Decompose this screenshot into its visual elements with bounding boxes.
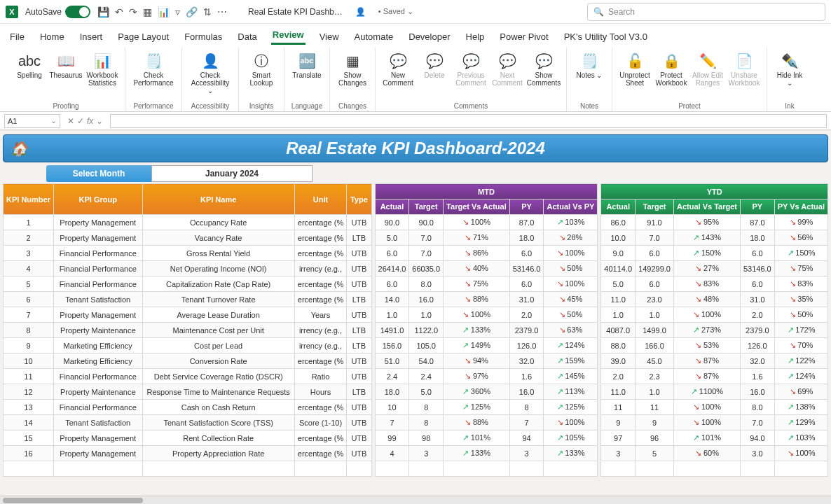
table-row[interactable]: 3Financial PerformanceGross Rental Yield… — [4, 246, 372, 261]
table-row[interactable]: 43↗133%3↗133% — [375, 446, 598, 461]
tab-data[interactable]: Data — [236, 29, 258, 45]
table-row[interactable]: 10.07.0↗143%18.0↘56% — [601, 230, 828, 246]
tab-home[interactable]: Home — [39, 29, 66, 45]
table-row[interactable]: 1.01.0↘100%2.0↘50% — [375, 307, 598, 323]
table-row[interactable]: 90.090.0↘100%87.0↗103% — [375, 215, 598, 230]
ribbon-btn-notes-[interactable]: 🗒️Notes ⌄ — [572, 50, 606, 80]
table-row[interactable]: 39.045.0↘87%32.0↗122% — [601, 354, 828, 369]
enter-icon[interactable]: ✓ — [77, 116, 84, 126]
tab-pk-s-utility-tool-v3-0[interactable]: PK's Utility Tool V3.0 — [563, 29, 649, 45]
table-row[interactable]: 5.07.0↘71%18.0↘28% — [375, 230, 598, 246]
table-row[interactable]: 6.08.0↘75%6.0↘100% — [375, 276, 598, 292]
table-row[interactable]: 12Property MaintenanceResponse Time to M… — [4, 384, 372, 400]
ribbon-btn-spelling[interactable]: abcSpelling — [13, 50, 46, 80]
ribbon-btn-thesaurus[interactable]: 📖Thesaurus — [49, 50, 83, 80]
toggle-on-icon[interactable] — [65, 6, 90, 18]
chevron-down-icon[interactable]: ⌄ — [96, 116, 103, 126]
table-row[interactable]: 1491.01122.0↗133%2379.0↘63% — [375, 323, 598, 338]
table-row[interactable]: 2.42.4↘97%1.6↗145% — [375, 369, 598, 384]
tab-automate[interactable]: Automate — [353, 29, 395, 45]
cancel-icon[interactable]: ✕ — [67, 116, 74, 126]
table-row[interactable]: 9998↗101%94↗105% — [375, 430, 598, 446]
tab-view[interactable]: View — [318, 29, 341, 45]
ribbon-btn-protect-workbook[interactable]: 🔒Protect Workbook — [654, 50, 688, 88]
table-row[interactable]: 10Marketing EfficiencyConversion Rateerc… — [4, 354, 372, 369]
table-row[interactable]: 1Property ManagementOccupancy Rateercent… — [4, 215, 372, 230]
save-icon[interactable]: 💾 — [97, 6, 109, 18]
user-icon[interactable]: 👤 — [355, 7, 366, 17]
ribbon-btn-previous-comment[interactable]: 💬Previous Comment — [454, 50, 488, 88]
share-icon[interactable]: 🔗 — [186, 6, 198, 18]
tab-formulas[interactable]: Formulas — [183, 29, 224, 45]
sort-icon[interactable]: ⇅ — [203, 6, 212, 18]
redo-icon[interactable]: ↷ — [129, 6, 137, 18]
fx-icon[interactable]: fx — [87, 116, 93, 126]
table-row[interactable]: 6Tenant SatisfactionTenant Turnover Rate… — [4, 292, 372, 307]
table-row[interactable]: 13Financial PerformanceCash on Cash Retu… — [4, 400, 372, 415]
table-row[interactable]: 4Financial PerformanceNet Operating Inco… — [4, 261, 372, 276]
ribbon-btn-check-accessibility-[interactable]: 👤Check Accessibility ⌄ — [188, 50, 233, 96]
document-title[interactable]: Real Estate KPI Dashb… — [248, 7, 343, 17]
table-row[interactable]: 16Property ManagementProperty Appreciati… — [4, 446, 372, 461]
table-row[interactable]: 2.02.3↘87%1.6↗124% — [601, 369, 828, 384]
table-row[interactable]: 78↘88%7↘100% — [375, 415, 598, 430]
table-row[interactable]: 9.06.0↗150%6.0↗150% — [601, 246, 828, 261]
table-row[interactable]: 88.0166.0↘53%126.0↘70% — [601, 338, 828, 354]
table-row[interactable]: 15Property ManagementRent Collection Rat… — [4, 430, 372, 446]
search-input[interactable]: 🔍 Search — [587, 3, 825, 21]
table-row[interactable]: 35↘60%3.0↘100% — [601, 446, 828, 461]
worksheet[interactable]: 🏠 Real Estate KPI Dashboard-2024 Select … — [0, 130, 831, 496]
table-row[interactable]: 40114.0149299.0↘27%53146.0↘75% — [601, 261, 828, 276]
month-selector[interactable]: Select Month January 2024 — [46, 165, 313, 182]
table-row[interactable]: 7Property ManagementAverage Lease Durati… — [4, 307, 372, 323]
table-row[interactable]: 11.023.0↘48%31.0↘35% — [601, 292, 828, 307]
table-row[interactable]: 86.091.0↘95%87.0↘99% — [601, 215, 828, 230]
filter-icon[interactable]: ▿ — [175, 6, 180, 18]
ribbon-btn-check-performance[interactable]: 🗒️Check Performance — [131, 50, 176, 88]
undo-icon[interactable]: ↶ — [115, 6, 123, 18]
table-row[interactable]: 14Tenant SatisfactionTenant Satisfaction… — [4, 415, 372, 430]
table-row[interactable]: 8Property MaintenanceMaintenance Cost pe… — [4, 323, 372, 338]
table-row[interactable]: 9Marketing EfficiencyCost per Leadirrenc… — [4, 338, 372, 354]
table-row[interactable] — [375, 461, 598, 477]
table-row[interactable]: 9796↗101%94.0↗103% — [601, 430, 828, 446]
ribbon-btn-unshare-workbook[interactable]: 📄Unshare Workbook — [727, 50, 761, 88]
table-row[interactable]: 5.06.0↘83%6.0↘83% — [601, 276, 828, 292]
table-row[interactable]: 18.05.0↗360%16.0↗113% — [375, 384, 598, 400]
ribbon-btn-translate[interactable]: 🔤Translate — [290, 50, 324, 80]
table-row[interactable] — [4, 461, 372, 477]
more-icon[interactable]: ⋯ — [217, 6, 227, 18]
autosave-toggle[interactable]: AutoSave — [25, 6, 90, 18]
ribbon-btn-show-changes[interactable]: ▦Show Changes — [336, 50, 369, 88]
ribbon-btn-allow-edit-ranges[interactable]: ✏️Allow Edit Ranges — [691, 50, 724, 88]
table-row[interactable]: 156.0105.0↗149%126.0↗124% — [375, 338, 598, 354]
ribbon-btn-new-comment[interactable]: 💬New Comment — [381, 50, 415, 88]
table-row[interactable]: 4087.01499.0↗273%2379.0↗172% — [601, 323, 828, 338]
formula-input[interactable] — [110, 114, 827, 128]
tab-file[interactable]: File — [8, 29, 26, 45]
table-row[interactable]: 5Financial PerformanceCapitalization Rat… — [4, 276, 372, 292]
table-row[interactable]: 11.01.0↗1100%16.0↘69% — [601, 384, 828, 400]
tab-developer[interactable]: Developer — [407, 29, 451, 45]
horizontal-scrollbar[interactable] — [0, 496, 831, 504]
grid-icon[interactable]: ▦ — [143, 6, 152, 18]
table-row[interactable] — [601, 461, 828, 477]
tab-help[interactable]: Help — [465, 29, 486, 45]
table-row[interactable]: 2Property ManagementVacancy Rateercentag… — [4, 230, 372, 246]
table-row[interactable]: 99↘100%7.0↗129% — [601, 415, 828, 430]
name-box[interactable]: A1⌄ — [4, 114, 60, 128]
tab-power-pivot[interactable]: Power Pivot — [498, 29, 549, 45]
ribbon-btn-smart-lookup[interactable]: ⓘSmart Lookup — [245, 50, 278, 88]
table-row[interactable]: 51.054.0↘94%32.0↗159% — [375, 354, 598, 369]
tab-page-layout[interactable]: Page Layout — [116, 29, 170, 45]
table-row[interactable]: 11Financial PerformanceDebt Service Cove… — [4, 369, 372, 384]
chart-icon[interactable]: 📊 — [158, 6, 170, 18]
ribbon-btn-hide-ink-[interactable]: ✒️Hide Ink ⌄ — [773, 50, 806, 88]
table-row[interactable]: 6.07.0↘86%6.0↘100% — [375, 246, 598, 261]
table-row[interactable]: 108↗125%8↗125% — [375, 400, 598, 415]
table-row[interactable]: 1111↘100%8.0↗138% — [601, 400, 828, 415]
select-month-value[interactable]: January 2024 — [151, 165, 313, 182]
table-row[interactable]: 26414.066035.0↘40%53146.0↘50% — [375, 261, 598, 276]
tab-insert[interactable]: Insert — [78, 29, 104, 45]
saved-status[interactable]: • Saved ⌄ — [378, 7, 413, 16]
